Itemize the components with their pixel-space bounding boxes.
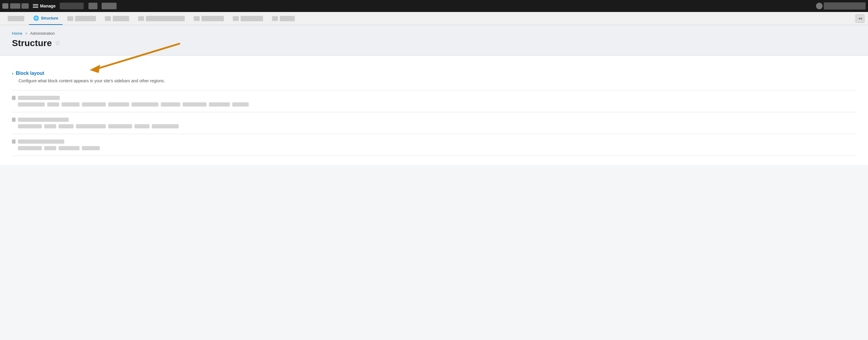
skeleton-title-3 <box>18 139 64 144</box>
structure-nav-label: Structure <box>41 16 58 20</box>
skeleton-title-1 <box>18 96 60 100</box>
nav-pill-7b <box>280 16 295 21</box>
nav-toggle-button[interactable]: ⇔ <box>856 15 864 23</box>
nav-pill-2b <box>75 16 96 21</box>
page-title: Structure <box>12 38 52 48</box>
nav-pill-4a <box>138 16 144 21</box>
sk-bar <box>232 102 249 107</box>
toolbar-pill-1 <box>60 3 84 9</box>
sk-bar <box>131 102 158 107</box>
sk-bar <box>44 124 56 129</box>
sk-bar <box>18 102 45 107</box>
breadcrumb-home[interactable]: Home <box>12 31 23 36</box>
sk-bar <box>59 124 73 129</box>
skeleton-title-row-3 <box>12 139 856 144</box>
nav-pill-6a <box>233 16 239 21</box>
nav-item-7[interactable] <box>268 12 299 25</box>
section-header: › Block layout <box>12 70 856 76</box>
toolbar-pill-3 <box>102 3 117 9</box>
nav-pill <box>8 16 24 21</box>
nav-pill-3a <box>105 16 111 21</box>
sk-bar <box>152 124 179 129</box>
skeleton-title-row-1 <box>12 96 856 100</box>
toolbar-search[interactable] <box>824 2 866 9</box>
nav-item-2[interactable] <box>63 12 100 25</box>
nav-pill-7a <box>272 16 278 21</box>
admin-toolbar: Manage <box>0 0 868 12</box>
nav-pill-5a <box>194 16 200 21</box>
manage-button[interactable]: Manage <box>30 0 59 12</box>
sk-bar <box>44 146 56 150</box>
nav-pill-5b <box>202 16 224 21</box>
skeleton-desc-3 <box>12 146 856 150</box>
skeleton-item-3 <box>12 134 856 156</box>
sk-bar <box>82 102 106 107</box>
toolbar-icon-user <box>816 3 823 9</box>
secondary-nav: 🌐 Structure ⇔ <box>0 12 868 25</box>
sk-bar <box>161 102 180 107</box>
nav-item-6[interactable] <box>229 12 267 25</box>
skeleton-desc-1 <box>12 102 856 107</box>
sk-bar <box>47 102 59 107</box>
block-layout-description: Configure what block content appears in … <box>12 78 856 84</box>
skeleton-title-row-2 <box>12 118 856 122</box>
sk-bar <box>108 102 129 107</box>
skeleton-desc-2 <box>12 124 856 129</box>
block-layout-link[interactable]: Block layout <box>16 70 44 76</box>
nav-item-placeholder-1[interactable] <box>4 12 28 25</box>
sk-bar <box>76 124 106 129</box>
skeleton-icon-1 <box>12 96 16 100</box>
chevron-right-icon: › <box>12 71 13 76</box>
sk-bar <box>59 146 80 150</box>
breadcrumb-admin: Administration <box>30 31 55 36</box>
toolbar-icon-1 <box>10 3 20 9</box>
block-layout-section: › Block layout Configure what block cont… <box>12 65 856 90</box>
breadcrumb-sep: > <box>25 31 28 36</box>
sk-bar <box>18 146 42 150</box>
toolbar-icon-2 <box>22 3 29 9</box>
main-content: › Block layout Configure what block cont… <box>0 56 868 165</box>
skeleton-item-2 <box>12 112 856 134</box>
sk-bar <box>82 146 100 150</box>
sk-bar <box>183 102 207 107</box>
nav-pill-2a <box>67 16 73 21</box>
nav-item-5[interactable] <box>189 12 228 25</box>
sk-bar <box>62 102 80 107</box>
nav-item-3[interactable] <box>101 12 133 25</box>
sk-bar <box>108 124 132 129</box>
nav-pill-4b <box>146 16 185 21</box>
page-title-row: Structure ☆ <box>12 38 856 48</box>
skeleton-icon-3 <box>12 139 16 144</box>
toolbar-pill-2 <box>89 3 97 9</box>
hamburger-icon <box>33 4 38 8</box>
nav-item-4[interactable] <box>134 12 189 25</box>
sk-bar <box>18 124 42 129</box>
structure-tree-icon: 🌐 <box>33 15 39 21</box>
skeleton-title-2 <box>18 118 69 122</box>
favorite-star-icon[interactable]: ☆ <box>55 39 61 47</box>
skeleton-item-1 <box>12 90 856 112</box>
nav-end: ⇔ <box>855 15 864 23</box>
nav-item-structure[interactable]: 🌐 Structure <box>29 12 62 25</box>
skeleton-icon-2 <box>12 118 16 122</box>
nav-pill-3b <box>113 16 129 21</box>
page-header: Home > Administration Structure ☆ <box>0 25 868 56</box>
sk-bar <box>134 124 150 129</box>
breadcrumb: Home > Administration <box>12 31 856 36</box>
sk-bar <box>209 102 230 107</box>
nav-pill-6b <box>241 16 263 21</box>
manage-label: Manage <box>40 4 56 8</box>
toolbar-logo-icon <box>2 3 8 9</box>
